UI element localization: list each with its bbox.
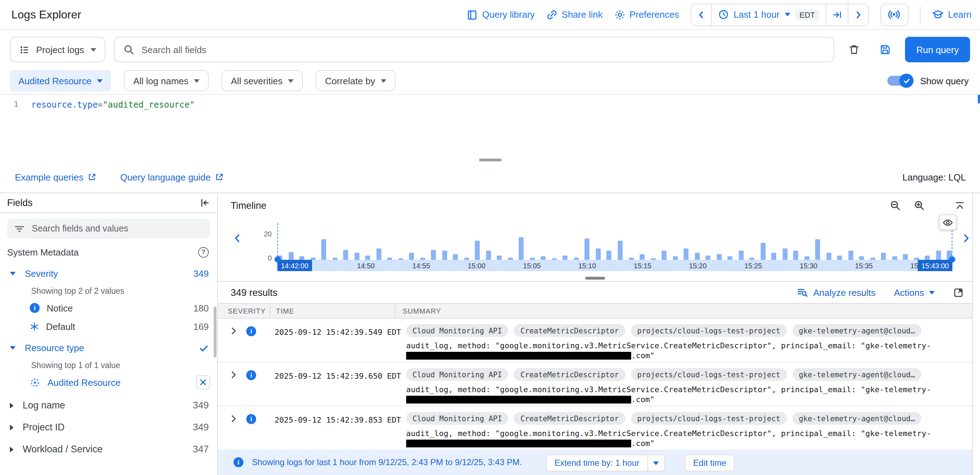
summary-chip[interactable]: projects/cloud-logs-test-project xyxy=(631,412,787,425)
selection-start-line xyxy=(277,223,278,260)
field-workload-service[interactable]: Workload / Service 347 xyxy=(0,438,217,460)
timeline-bar xyxy=(793,250,798,260)
timeline-bar xyxy=(826,253,831,260)
resource-type-showing-label: Showing top 1 of 1 value xyxy=(0,357,217,373)
editor-resize-handle[interactable] xyxy=(479,159,501,161)
time-forward-button[interactable] xyxy=(848,4,868,25)
chevron-down-icon xyxy=(194,79,200,83)
expand-row-icon[interactable] xyxy=(230,415,238,422)
language-label: Language: LQL xyxy=(902,172,966,182)
share-link-button[interactable]: Share link xyxy=(546,9,603,20)
extend-time-button[interactable]: Extend time by: 1 hour xyxy=(546,454,665,472)
gear-icon xyxy=(614,9,625,20)
log-row[interactable]: i 2025-09-12 15:42:39.650 EDT Cloud Moni… xyxy=(218,362,972,406)
timeline-resize-handle[interactable] xyxy=(585,276,605,279)
timeline-plot[interactable] xyxy=(277,222,952,260)
x-axis-tick-label: 15:10 xyxy=(578,260,596,271)
timeline-bar xyxy=(848,250,853,260)
timeline-bar xyxy=(684,249,689,260)
summary-chip[interactable]: Cloud Monitoring API xyxy=(406,368,508,381)
query-library-button[interactable]: Query library xyxy=(467,9,535,20)
log-names-filter[interactable]: All log names xyxy=(124,70,209,91)
timeline-bar xyxy=(409,253,414,260)
zoom-out-icon[interactable] xyxy=(889,199,901,211)
severity-value-notice[interactable]: i Notice 180 xyxy=(0,299,217,317)
preferences-button[interactable]: Preferences xyxy=(614,9,679,20)
summary-chip[interactable]: gke-telemetry-agent@cloud… xyxy=(792,324,922,337)
preview-toggle-button[interactable] xyxy=(939,215,957,230)
editor-scrollbar[interactable] xyxy=(978,95,980,104)
analyze-results-button[interactable]: Analyze results xyxy=(797,287,875,298)
summary-chip[interactable]: Cloud Monitoring API xyxy=(406,412,508,425)
save-query-button[interactable] xyxy=(874,38,897,62)
arrow-drop-down-icon xyxy=(10,272,16,276)
jump-to-now-button[interactable] xyxy=(826,4,848,25)
field-log-name[interactable]: Log name 349 xyxy=(0,394,217,416)
resource-filter-chip[interactable]: Audited Resource xyxy=(10,70,111,91)
timeline-bar xyxy=(705,255,710,260)
eye-icon xyxy=(942,217,953,228)
time-range-control: Last 1 hour EDT xyxy=(690,3,869,26)
expand-row-icon[interactable] xyxy=(230,327,238,335)
expand-row-icon[interactable] xyxy=(230,371,238,379)
fields-scrollbar[interactable] xyxy=(214,306,216,357)
field-severity-header[interactable]: Severity 349 xyxy=(0,264,217,283)
timezone-badge[interactable]: EDT xyxy=(795,9,819,20)
search-input[interactable] xyxy=(142,44,825,55)
correlate-by-filter[interactable]: Correlate by xyxy=(316,70,396,91)
summary-chip[interactable]: gke-telemetry-agent@cloud… xyxy=(792,368,922,381)
log-scope-selector[interactable]: Project logs xyxy=(10,37,105,62)
graduation-cap-icon xyxy=(932,8,944,21)
summary-chip[interactable]: gke-telemetry-agent@cloud… xyxy=(792,412,922,425)
resource-type-value-audited[interactable]: Audited Resource xyxy=(0,373,217,392)
selection-start-handle[interactable] xyxy=(275,256,281,263)
time-range-footer: i Showing logs for last 1 hour from 9/12… xyxy=(218,449,972,475)
time-back-button[interactable] xyxy=(691,4,711,25)
timeline-pan-left[interactable] xyxy=(232,233,243,244)
info-icon: i xyxy=(234,457,243,467)
show-query-toggle[interactable] xyxy=(888,76,912,86)
time-range-selector[interactable]: Last 1 hour EDT xyxy=(711,4,826,25)
right-scroll-rail[interactable] xyxy=(972,193,980,475)
run-query-button[interactable]: Run query xyxy=(905,37,970,62)
summary-chip[interactable]: CreateMetricDescriptor xyxy=(514,412,625,425)
open-in-full-icon[interactable] xyxy=(953,287,964,298)
field-project-id[interactable]: Project ID 349 xyxy=(0,416,217,438)
clear-query-button[interactable] xyxy=(843,38,865,62)
timeline-pan-right[interactable] xyxy=(961,233,972,244)
summary-chip[interactable]: CreateMetricDescriptor xyxy=(514,368,625,381)
log-row[interactable]: i 2025-09-12 15:42:39.853 EDT Cloud Moni… xyxy=(218,406,972,450)
collapse-timeline-icon[interactable] xyxy=(955,200,965,210)
redacted-text xyxy=(406,352,631,360)
summary-chip[interactable]: CreateMetricDescriptor xyxy=(514,324,625,337)
query-language-guide-link[interactable]: Query language guide xyxy=(120,172,224,182)
learn-button[interactable]: Learn xyxy=(932,8,972,21)
fields-search-input[interactable] xyxy=(32,224,203,234)
example-queries-link[interactable]: Example queries xyxy=(15,172,96,182)
search-icon xyxy=(123,44,134,55)
help-icon[interactable]: ? xyxy=(198,247,209,257)
timeline-bar xyxy=(497,255,502,260)
query-editor[interactable]: 1 resource.type="audited_resource" xyxy=(0,94,980,160)
timeline-bar xyxy=(453,254,458,260)
timeline-axis-strip[interactable]: 14:42:00 15:43:00 14:5014:5515:0015:0515… xyxy=(277,260,952,271)
log-row[interactable]: i 2025-09-12 15:42:39.549 EDT Cloud Moni… xyxy=(218,319,972,362)
extend-time-dropdown[interactable] xyxy=(647,455,664,471)
summary-chip[interactable]: projects/cloud-logs-test-project xyxy=(631,368,787,381)
field-resource-type-header[interactable]: Resource type xyxy=(0,338,217,357)
collapse-panel-icon[interactable] xyxy=(199,198,210,208)
timeline-bar xyxy=(541,256,546,260)
severities-filter[interactable]: All severities xyxy=(222,70,303,91)
severity-value-default[interactable]: Default 169 xyxy=(0,317,217,336)
remove-filter-button[interactable] xyxy=(196,375,210,389)
edit-time-button[interactable]: Edit time xyxy=(684,454,735,472)
external-link-icon xyxy=(88,173,96,181)
actions-dropdown[interactable]: Actions xyxy=(894,287,935,298)
summary-chip[interactable]: Cloud Monitoring API xyxy=(406,324,508,337)
stream-logs-button[interactable] xyxy=(880,3,908,26)
selection-end-handle[interactable] xyxy=(949,256,955,263)
summary-chip[interactable]: projects/cloud-logs-test-project xyxy=(631,324,787,337)
summary-chips: Cloud Monitoring API CreateMetricDescrip… xyxy=(406,368,967,381)
filter-bar: Audited Resource All log names All sever… xyxy=(10,70,969,91)
zoom-in-icon[interactable] xyxy=(913,199,925,211)
